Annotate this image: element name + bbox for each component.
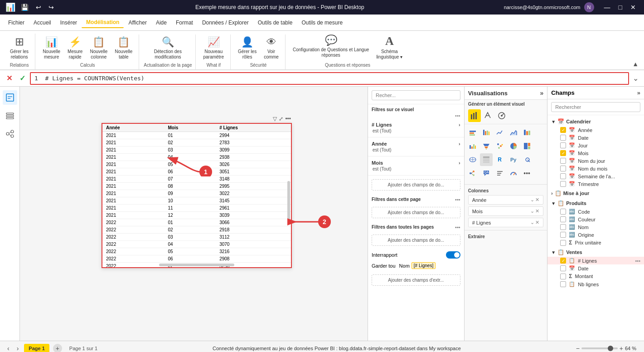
tree-item-mois-cal[interactable]: ✓ 📅 Mois [547, 149, 644, 157]
formula-input[interactable] [30, 72, 629, 85]
checkbox-montant[interactable] [560, 274, 566, 279]
tree-item-semaine[interactable]: 📅 Semaine de l'a... [547, 172, 644, 180]
close-button[interactable]: ✕ [628, 3, 639, 12]
zoom-thumb[interactable] [608, 346, 613, 351]
ribbon-btn-schema[interactable]: A Schémalinguistique ▾ [373, 33, 405, 62]
checkbox-origine[interactable] [560, 232, 566, 238]
viz-btn-matrix[interactable] [480, 153, 493, 166]
tree-item-code[interactable]: 🔤 Code [547, 208, 644, 215]
checkbox-date-ventes[interactable] [560, 265, 566, 271]
viz-btn-gauge[interactable] [507, 167, 520, 180]
ribbon-btn-config-questions[interactable]: 💬 Configuration de Questions et Langueré… [290, 33, 372, 60]
viz-icon-analytics[interactable] [495, 109, 508, 122]
tree-item-annee[interactable]: ✓ 📅 Année [547, 126, 644, 134]
champs-search-input[interactable] [551, 102, 640, 112]
checkbox-mois-cal[interactable]: ✓ [560, 150, 566, 156]
tree-group-header-calendrier[interactable]: ▼ 📅 Calendrier [547, 117, 644, 126]
checkbox-nom-jour[interactable] [560, 158, 566, 164]
undo-icon[interactable]: ↩ [34, 3, 43, 12]
viz-btn-waterfall[interactable] [466, 140, 479, 152]
checkbox-code[interactable] [560, 209, 566, 215]
tree-item-nom-jour[interactable]: 📅 Nom du jour [547, 157, 644, 165]
viz-icon-build[interactable] [468, 109, 481, 122]
formula-confirm-button[interactable]: ✓ [17, 73, 28, 83]
tree-item-nb-lignes[interactable]: 📋 Nb lignes [547, 280, 644, 288]
viz-btn-clustered-bar[interactable] [480, 126, 493, 139]
checkbox-nom[interactable] [560, 224, 566, 230]
checkbox-annee[interactable]: ✓ [560, 127, 566, 133]
viz-btn-funnel[interactable] [480, 140, 493, 152]
sidebar-report-btn[interactable] [3, 90, 17, 105]
filter-search-input[interactable] [372, 90, 460, 100]
menu-fichier[interactable]: Fichier [4, 18, 29, 28]
tree-item-origine[interactable]: 🔤 Origine [547, 231, 644, 239]
filter-add-page-btn[interactable]: Ajouter des champs de do... [372, 207, 460, 218]
filter-annee-expand[interactable]: › [459, 141, 460, 147]
interrapport-toggle[interactable] [446, 251, 460, 259]
filter-add-visuel-btn[interactable]: Ajouter des champs de do... [372, 179, 460, 191]
zoom-plus-icon[interactable]: + [620, 345, 623, 352]
nav-prev[interactable]: ‹ [5, 344, 11, 352]
filter-add-toutes-btn[interactable]: Ajouter des champs de do... [372, 235, 460, 246]
nav-next[interactable]: › [15, 344, 21, 352]
formula-cancel-button[interactable]: ✕ [4, 73, 15, 83]
menu-outils-mesure[interactable]: Outils de mesure [297, 18, 347, 28]
redo-icon[interactable]: ↪ [47, 3, 56, 12]
viz-field-annee-x[interactable]: ✕ [535, 197, 539, 203]
lignes-ventes-more[interactable]: ••• [635, 258, 640, 264]
tree-item-couleur[interactable]: 🔤 Couleur [547, 215, 644, 223]
checkbox-jour[interactable] [560, 142, 566, 148]
formula-expand-button[interactable]: ⌄ [631, 73, 640, 83]
viz-btn-scatter[interactable] [494, 140, 506, 152]
horizontal-scrollbar[interactable] [159, 264, 234, 266]
viz-btn-smart-narrative[interactable] [494, 167, 506, 180]
filtres-toutes-more[interactable]: ••• [455, 225, 460, 230]
visual-expand-icon[interactable]: ⤢ [279, 116, 283, 122]
viz-btn-more[interactable]: ••• [521, 167, 533, 180]
ribbon-btn-voir-comme[interactable]: 👁 Voircomme [261, 34, 281, 62]
tree-item-nom-mois[interactable]: 📅 Nom du mois [547, 165, 644, 172]
viz-btn-line[interactable] [494, 126, 506, 139]
tree-item-trimestre[interactable]: 📅 Trimestre [547, 180, 644, 188]
ribbon-btn-mesure-rapide[interactable]: ⚡ Mesurerapide [65, 34, 85, 62]
page-1-tab[interactable]: Page 1 [24, 344, 49, 352]
add-page-button[interactable]: + [53, 344, 62, 352]
tree-item-date-cal[interactable]: 📅 Date [547, 134, 644, 142]
menu-aide[interactable]: Aide [151, 18, 171, 28]
viz-btn-ribbon[interactable] [521, 126, 533, 139]
viz-btn-area[interactable] [507, 126, 520, 139]
checkbox-couleur[interactable] [560, 216, 566, 222]
tree-group-header-maj[interactable]: › 📋 Mise à jour [547, 189, 644, 198]
filter-mois-expand[interactable]: › [459, 160, 460, 166]
filter-add-extras-btn[interactable]: Ajouter des champs d'extr... [372, 274, 460, 286]
filtres-visuel-more[interactable]: ••• [455, 113, 460, 118]
tree-item-prix-unitaire[interactable]: Σ Prix unitaire [547, 239, 644, 247]
viz-btn-map[interactable] [466, 153, 479, 166]
ribbon-btn-detection[interactable]: 🔍 Détection desmodifications [151, 34, 184, 62]
viz-btn-treemap[interactable] [521, 140, 533, 152]
viz-field-mois-chevron[interactable]: ⌄ [530, 208, 534, 214]
ribbon-btn-nouvelle-table[interactable]: 📋 Nouvelletable [112, 34, 135, 62]
checkbox-lignes-ventes[interactable]: ✓ [560, 258, 566, 264]
tree-item-date-ventes[interactable]: 📅 Date [547, 264, 644, 272]
ribbon-btn-nouvelle-colonne[interactable]: 📋 Nouvellecolonne [87, 34, 110, 62]
zoom-slider[interactable] [581, 347, 618, 349]
checkbox-trimestre[interactable] [560, 181, 566, 187]
viz-field-lignes-chevron[interactable]: ⌄ [530, 220, 534, 225]
ribbon-btn-nouvelle-mesure[interactable]: 📊 Nouvellemesure [40, 34, 63, 62]
tree-item-nom[interactable]: 🔤 Nom [547, 223, 644, 231]
tree-item-montant[interactable]: Σ Montant [547, 272, 644, 280]
filter-section-expand[interactable]: › [459, 122, 460, 127]
menu-donnees[interactable]: Données / Explorer [198, 18, 253, 28]
viz-btn-R[interactable]: R [494, 153, 506, 166]
menu-outils-table[interactable]: Outils de table [253, 18, 297, 28]
tree-item-jour[interactable]: 📅 Jour [547, 142, 644, 149]
champs-expand-button[interactable]: » [637, 89, 640, 96]
ribbon-btn-gerer-roles[interactable]: 👤 Gérer lesrôles [235, 34, 259, 62]
menu-accueil[interactable]: Accueil [29, 18, 56, 28]
viz-field-lignes[interactable]: # Lignes ⌄ ✕ [468, 218, 544, 227]
menu-inserer[interactable]: Insérer [56, 18, 82, 28]
tree-group-header-produits[interactable]: ▼ 📋 Produits [547, 199, 644, 208]
menu-afficher[interactable]: Afficher [124, 18, 151, 28]
filtres-page-more[interactable]: ••• [455, 197, 460, 202]
